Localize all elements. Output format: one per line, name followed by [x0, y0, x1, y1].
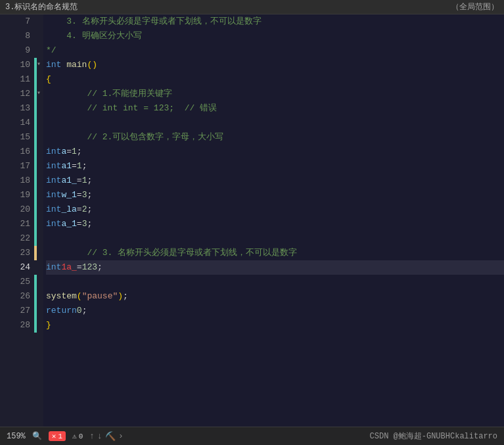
inner-gutter-cell — [37, 159, 43, 174]
line-number: 28 — [14, 318, 30, 333]
editor-container: 7891011121314151617181920212223242526272… — [0, 14, 504, 427]
status-left: 159% 🔍 ✕ 1 ⚠ 0 ↑ ↓ ⛏️ › — [7, 431, 124, 442]
line-number: 22 — [14, 231, 30, 246]
code-line: 3. 名称开头必须是字母或者下划线，不可以是数字 — [46, 14, 504, 29]
error-badge[interactable]: ✕ 1 — [49, 431, 66, 441]
code-line: int a1 = 1; — [46, 159, 504, 174]
nav-right-arrow[interactable]: › — [118, 431, 124, 441]
inner-gutter-cell — [37, 260, 43, 275]
code-line: // 1.不能使用关键字 — [46, 87, 504, 101]
line-number: 12 — [14, 87, 30, 101]
status-bar: 159% 🔍 ✕ 1 ⚠ 0 ↑ ↓ ⛏️ › CSDN @鲍海超-GNUBHC… — [0, 427, 504, 445]
nav-up-arrow[interactable]: ↑ — [89, 431, 95, 441]
inner-gutter-cell — [37, 318, 43, 333]
code-line: system("pause"); — [46, 289, 504, 304]
code-lines: 3. 名称开头必须是字母或者下划线，不可以是数字 4. 明确区分大小写*/int… — [43, 14, 504, 427]
code-line: int w_1 = 3; — [46, 188, 504, 202]
inner-gutter-cell — [37, 101, 43, 116]
code-line: return 0; — [46, 304, 504, 318]
inner-gutter-cell — [37, 14, 43, 29]
nav-arrows: ↑ ↓ ⛏️ › — [89, 431, 123, 442]
line-number: 16 — [14, 145, 30, 159]
inner-gutter-cell — [37, 275, 43, 289]
zoom-level: 159% — [7, 432, 26, 441]
code-line: } — [46, 318, 504, 333]
line-number: 11 — [14, 72, 30, 87]
code-line: // 2.可以包含数字，字母，大小写 — [46, 130, 504, 145]
inner-gutter-cell — [37, 231, 43, 246]
inner-gutter-cell — [37, 304, 43, 318]
code-line: int 1a_ = 123; — [46, 260, 504, 275]
code-line: // 3. 名称开头必须是字母或者下划线，不可以是数字 — [46, 246, 504, 260]
code-line — [46, 231, 504, 246]
code-line — [46, 275, 504, 289]
nav-down-arrow[interactable]: ↓ — [97, 431, 103, 441]
inner-gutter-cell — [37, 116, 43, 130]
filter-icon[interactable]: ⛏️ — [105, 431, 116, 442]
inner-gutter-cell — [37, 246, 43, 260]
line-number: 24 — [14, 260, 30, 275]
line-number: 18 — [14, 174, 30, 188]
code-area: 7891011121314151617181920212223242526272… — [0, 14, 504, 427]
line-number: 8 — [14, 29, 30, 43]
line-number: 23 — [14, 246, 30, 260]
inner-gutter-cell — [37, 72, 43, 87]
attribution: CSDN @鲍海超-GNUBHCkalitarro — [370, 431, 497, 442]
warning-badge: ⚠ 0 — [72, 432, 83, 440]
window-title: 3.标识名的命名规范 — [5, 1, 78, 12]
code-line: int _la = 2; — [46, 202, 504, 217]
inner-gutter-cell — [37, 29, 43, 43]
line-number: 21 — [14, 217, 30, 231]
inner-gutter-cell — [37, 217, 43, 231]
line-number: 19 — [14, 188, 30, 202]
code-line — [46, 116, 504, 130]
line-number: 25 — [14, 275, 30, 289]
code-line: int a1_ = 1; — [46, 174, 504, 188]
line-number: 27 — [14, 304, 30, 318]
title-bar-left: 3.标识名的命名规范 — [5, 1, 78, 12]
code-line: int a_1 = 3; — [46, 217, 504, 231]
inner-gutter-cell — [37, 43, 43, 58]
inner-gutter-cell — [37, 202, 43, 217]
inner-gutter-cell — [37, 130, 43, 145]
scope-indicator: （全局范围） — [451, 1, 499, 12]
title-bar: 3.标识名的命名规范 （全局范围） — [0, 0, 504, 14]
inner-gutter-cell: ▾ — [37, 87, 43, 101]
code-line: */ — [46, 43, 504, 58]
line-number: 15 — [14, 130, 30, 145]
line-numbers: 7891011121314151617181920212223242526272… — [0, 14, 34, 427]
line-number: 20 — [14, 202, 30, 217]
line-number: 9 — [14, 43, 30, 58]
code-line: int main() — [46, 58, 504, 72]
inner-gutter-cell — [37, 174, 43, 188]
warning-icon: ⚠ — [72, 432, 77, 440]
code-line: { — [46, 72, 504, 87]
error-x-icon: ✕ — [52, 432, 57, 440]
line-number: 14 — [14, 116, 30, 130]
inner-gutter-cell — [37, 145, 43, 159]
line-number: 26 — [14, 289, 30, 304]
inner-gutter-cell — [37, 289, 43, 304]
search-icon[interactable]: 🔍 — [32, 431, 42, 441]
line-number: 10 — [14, 58, 30, 72]
code-line: // int int = 123; // 错误 — [46, 101, 504, 116]
line-number: 13 — [14, 101, 30, 116]
error-count: 1 — [58, 433, 62, 440]
line-number: 7 — [14, 14, 30, 29]
inner-gutter-cell — [37, 188, 43, 202]
code-line: int a = 1; — [46, 145, 504, 159]
inner-gutter: ▾▾ — [37, 14, 43, 427]
line-number: 17 — [14, 159, 30, 174]
code-line: 4. 明确区分大小写 — [46, 29, 504, 43]
inner-gutter-cell: ▾ — [37, 58, 43, 72]
warning-count: 0 — [79, 433, 83, 440]
